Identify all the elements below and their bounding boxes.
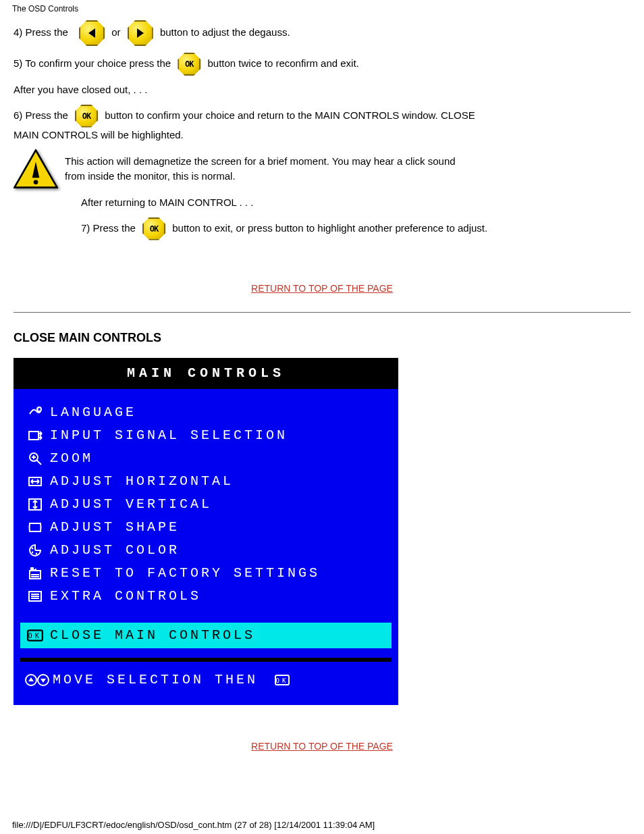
osd-item-label: INPUT SIGNAL SELECTION — [50, 425, 288, 446]
ok-icon: OK — [178, 53, 200, 76]
step-7-text-a: 7) Press the — [81, 221, 138, 233]
svg-text:OK: OK — [28, 632, 42, 640]
osd-lang-icon: ? — [20, 405, 50, 421]
osd-item-row: ZOOM — [20, 447, 392, 470]
osd-item-row: ADJUST SHAPE — [20, 516, 392, 539]
osd-footer-ok-icon: OK — [267, 672, 297, 688]
osd-item-label: ADJUST HORIZONTAL — [50, 471, 234, 492]
step-5-text-a: 5) To confirm your choice press the — [14, 57, 173, 69]
osd-item-label: ADJUST VERTICAL — [50, 494, 212, 515]
step-6: 6) Press the OK button to confirm your c… — [14, 105, 630, 143]
step-6-text-b: button to confirm your choice and return… — [105, 109, 475, 120]
return-to-top-link[interactable]: RETURN TO TOP OF THE PAGE — [251, 741, 393, 752]
right-arrow-icon — [128, 20, 153, 46]
osd-item-row: INPUT SIGNAL SELECTION — [20, 424, 392, 447]
osd-item-label: RESET TO FACTORY SETTINGS — [50, 563, 320, 583]
osd-item-row: ADJUST COLOR — [20, 539, 392, 562]
ok-icon: OK — [75, 105, 98, 128]
return-to-top-link[interactable]: RETURN TO TOP OF THE PAGE — [251, 283, 393, 294]
osd-footer-text: MOVE SELECTION THEN — [53, 670, 258, 690]
osd-item-label: EXTRA CONTROLS — [50, 586, 201, 606]
warning-block: This action will demagnetize the screen … — [14, 149, 630, 188]
svg-text:?: ? — [36, 407, 42, 412]
svg-point-14 — [32, 552, 34, 554]
osd-color-icon — [20, 542, 50, 558]
osd-extra-icon — [20, 588, 50, 604]
osd-close-label: CLOSE MAIN CONTROLS — [50, 625, 255, 646]
step-5-text-b: button twice to reconfirm and exit. — [208, 57, 359, 69]
ok-icon: OK — [142, 217, 165, 240]
osd-arrows-icon — [23, 672, 53, 688]
after-warning-lead: After returning to MAIN CONTROL . . . — [81, 195, 630, 211]
osd-ok-icon: OK — [20, 627, 50, 644]
osd-item-row: ADJUST HORIZONTAL — [20, 470, 392, 493]
osd-shape-icon — [20, 519, 50, 536]
step-7-text-b: button to exit, or press button to highl… — [172, 221, 487, 233]
osd-item-row: EXTRA CONTROLS — [20, 585, 392, 608]
step-5: 5) To confirm your choice press the OK b… — [14, 53, 630, 76]
svg-rect-4 — [29, 432, 38, 440]
step-4: 4) Press the or button to adjust the deg… — [14, 20, 630, 46]
svg-point-1 — [34, 180, 38, 184]
osd-item-label: LANGUAGE — [50, 402, 136, 423]
svg-point-13 — [32, 548, 34, 550]
warning-text-a: This action will demagnetize the screen … — [65, 154, 630, 170]
step-4-text-b: or — [111, 26, 124, 38]
osd-reset-icon — [20, 565, 50, 581]
svg-point-15 — [36, 553, 38, 555]
warning-triangle-icon — [14, 149, 58, 188]
close-main-controls-heading: CLOSE MAIN CONTROLS — [14, 329, 630, 347]
osd-close-row: OK CLOSE MAIN CONTROLS — [20, 623, 392, 648]
section-divider — [14, 312, 630, 313]
osd-item-row: ?LANGUAGE — [20, 401, 392, 424]
osd-item-label: ADJUST SHAPE — [50, 517, 180, 538]
step-4-text-a: 4) Press the — [14, 26, 71, 38]
osd-zoom-icon — [20, 450, 50, 467]
osd-item-row: ADJUST VERTICAL — [20, 493, 392, 516]
osd-item-label: ZOOM — [50, 448, 93, 469]
osd-input-icon — [20, 427, 50, 444]
left-arrow-icon — [79, 20, 105, 46]
osd-item-label: ADJUST COLOR — [50, 540, 180, 561]
osd-title: MAIN CONTROLS — [14, 358, 398, 389]
step-4-text-c: button to adjust the degauss. — [160, 26, 290, 38]
osd-main-controls-screenshot: MAIN CONTROLS ?LANGUAGEINPUT SIGNAL SELE… — [14, 358, 398, 705]
osd-footer: MOVE SELECTION THEN OK — [20, 658, 392, 698]
osd-vert-icon — [20, 496, 50, 513]
step-6-text-a: 6) Press the — [14, 109, 71, 120]
step-6-text-c: MAIN CONTROLS will be highlighted. — [14, 128, 630, 143]
svg-text:OK: OK — [276, 677, 289, 684]
svg-line-6 — [36, 460, 41, 465]
osd-item-row: RESET TO FACTORY SETTINGS — [20, 562, 392, 585]
step-7: 7) Press the OK button to exit, or press… — [81, 217, 630, 240]
step-final-line: After you have closed out, . . . — [14, 82, 630, 98]
osd-horiz-icon — [20, 473, 50, 490]
warning-text-b: from inside the monitor, this is normal. — [65, 169, 630, 184]
